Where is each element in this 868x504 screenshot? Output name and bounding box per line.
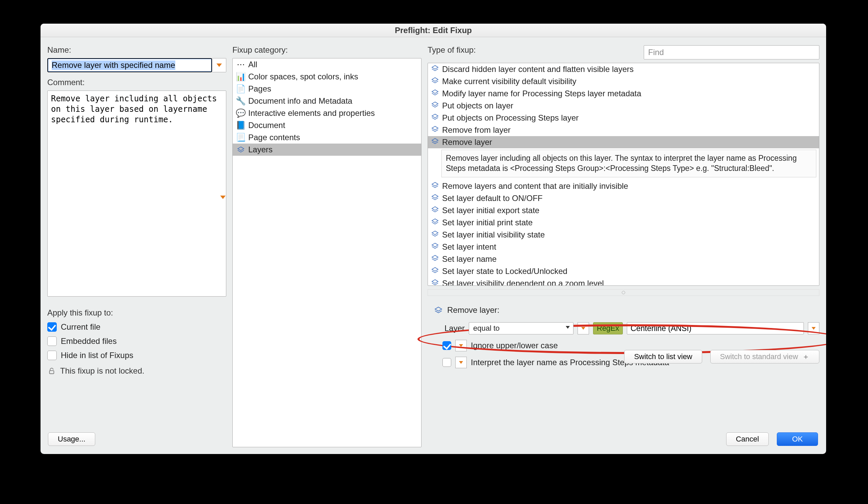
- svg-marker-15: [432, 255, 438, 259]
- chevron-down-icon: [459, 361, 463, 364]
- type-item-label: Set layer initial export state: [442, 206, 539, 215]
- ok-label: OK: [792, 435, 803, 443]
- type-item[interactable]: Set layer default to ON/OFF: [428, 192, 819, 204]
- type-item[interactable]: Put objects on Processing Steps layer: [428, 112, 819, 124]
- checkbox-embedded-files[interactable]: [47, 337, 57, 346]
- layer-name-input[interactable]: [627, 322, 804, 335]
- checkbox-ignore-case[interactable]: [443, 341, 451, 350]
- svg-marker-5: [432, 102, 438, 106]
- checkbox-embedded-label: Embedded files: [61, 337, 116, 346]
- layers-icon: [431, 230, 439, 239]
- svg-marker-16: [432, 268, 438, 271]
- type-item-label: Set layer initial visibility state: [442, 230, 545, 239]
- scroll-grip-icon: [622, 291, 625, 294]
- type-item[interactable]: Set layer initial print state: [428, 217, 819, 229]
- svg-marker-7: [432, 126, 438, 130]
- checkbox-interpret-ps[interactable]: [443, 358, 451, 367]
- dialog-content: Name: Comment: Remove layer including al…: [41, 37, 826, 454]
- category-icon: 📘: [237, 121, 245, 130]
- type-item-label: Set layer name: [442, 254, 496, 264]
- operator-select[interactable]: equal to: [469, 322, 574, 335]
- type-item-label: Put objects on Processing Steps layer: [442, 113, 579, 123]
- type-item[interactable]: Set layer visibility dependent on a zoom…: [428, 277, 819, 286]
- type-item[interactable]: Remove from layer: [428, 124, 819, 136]
- ignore-case-dropdown-button[interactable]: [455, 340, 467, 351]
- type-item-label: Put objects on layer: [442, 101, 513, 111]
- category-item[interactable]: 🔧Document info and Metadata: [233, 95, 421, 107]
- name-input[interactable]: [47, 58, 212, 72]
- category-item[interactable]: Layers: [233, 144, 421, 156]
- layers-icon: [431, 64, 439, 74]
- right-panel: Type of fixup: Discard hidden layer cont…: [427, 45, 819, 447]
- category-item[interactable]: 📄Pages: [233, 83, 421, 95]
- type-item[interactable]: Remove layer: [428, 136, 819, 148]
- checkbox-current-file-row: Current file: [47, 322, 226, 332]
- comment-wrap: Remove layer including all objects on th…: [47, 91, 226, 299]
- cancel-button[interactable]: Cancel: [726, 432, 769, 446]
- chevron-down-icon: [459, 344, 463, 347]
- chevron-down-icon: [220, 196, 226, 199]
- svg-marker-9: [432, 183, 438, 186]
- switch-list-view-label: Switch to list view: [634, 352, 692, 361]
- window-title: Preflight: Edit Fixup: [41, 24, 826, 37]
- horizontal-scrollbar[interactable]: [427, 289, 819, 296]
- svg-marker-8: [432, 138, 438, 142]
- usage-row: Usage...: [48, 432, 95, 446]
- footer-buttons: Cancel OK: [726, 432, 818, 446]
- checkbox-hide-in-list[interactable]: [47, 351, 57, 360]
- regex-toggle-button[interactable]: RegEx: [593, 322, 623, 335]
- type-item-label: Remove from layer: [442, 125, 511, 135]
- category-item[interactable]: 📃Page contents: [233, 131, 421, 144]
- type-item-label: Discard hidden layer content and flatten…: [442, 64, 634, 74]
- type-item-label: Make current visibility default visibili…: [442, 77, 576, 86]
- category-item[interactable]: 📊Color spaces, spot colors, inks: [233, 71, 421, 83]
- svg-marker-1: [238, 147, 244, 151]
- category-item[interactable]: ⋯All: [233, 59, 421, 71]
- find-input[interactable]: [644, 45, 819, 60]
- type-item[interactable]: Set layer state to Locked/Unlocked: [428, 265, 819, 277]
- type-item[interactable]: Put objects on layer: [428, 100, 819, 112]
- dialog-window: Preflight: Edit Fixup Name: Comment: Rem…: [41, 24, 826, 454]
- category-label: Fixup category:: [232, 45, 422, 55]
- remove-layer-options: Remove layer: Layer equal to RegEx: [427, 305, 819, 368]
- name-dropdown-button[interactable]: [212, 58, 226, 72]
- svg-marker-18: [435, 307, 442, 311]
- type-item-label: Modify layer name for Processing Steps l…: [442, 89, 641, 98]
- interpret-ps-dropdown-button[interactable]: [455, 357, 467, 368]
- type-item[interactable]: Set layer intent: [428, 241, 819, 253]
- checkbox-current-file[interactable]: [47, 322, 57, 332]
- type-item[interactable]: Make current visibility default visibili…: [428, 75, 819, 88]
- category-item[interactable]: 📘Document: [233, 119, 421, 131]
- category-item-label: Document: [248, 121, 285, 130]
- switch-to-list-view-button[interactable]: Switch to list view: [624, 350, 702, 363]
- ok-button[interactable]: OK: [777, 432, 818, 446]
- svg-marker-13: [432, 231, 438, 235]
- category-icon: 📄: [237, 85, 245, 93]
- type-item-label: Set layer state to Locked/Unlocked: [442, 267, 567, 276]
- comment-textarea[interactable]: Remove layer including all objects on th…: [47, 91, 226, 297]
- category-item[interactable]: 💬Interactive elements and properties: [233, 107, 421, 119]
- usage-button[interactable]: Usage...: [48, 432, 95, 446]
- type-item[interactable]: Remove layers and content that are initi…: [428, 180, 819, 192]
- operator-value: equal to: [473, 324, 499, 333]
- layer-value-dropdown-button[interactable]: [808, 322, 819, 335]
- right-header: Type of fixup:: [427, 45, 819, 60]
- operator-dropdown-extra-button[interactable]: [578, 322, 589, 335]
- type-item[interactable]: Set layer initial visibility state: [428, 229, 819, 241]
- switch-to-standard-view-button[interactable]: Switch to standard view ＋: [710, 350, 819, 363]
- category-icon: [237, 146, 245, 154]
- svg-marker-4: [432, 90, 438, 94]
- type-list[interactable]: Discard hidden layer content and flatten…: [428, 63, 819, 286]
- type-item[interactable]: Set layer initial export state: [428, 204, 819, 217]
- category-item-label: Interactive elements and properties: [248, 109, 375, 118]
- layer-condition-row: Layer equal to RegEx: [434, 322, 819, 335]
- type-item[interactable]: Modify layer name for Processing Steps l…: [428, 88, 819, 100]
- chevron-down-icon: [581, 327, 585, 330]
- category-list[interactable]: ⋯All📊Color spaces, spot colors, inks📄Pag…: [232, 58, 422, 447]
- type-item[interactable]: Discard hidden layer content and flatten…: [428, 63, 819, 75]
- comment-dropdown-button[interactable]: [217, 192, 228, 203]
- layers-icon: [431, 125, 439, 135]
- type-item[interactable]: Set layer name: [428, 253, 819, 265]
- ignore-case-row: Ignore upper/lower case: [443, 340, 819, 351]
- category-item-label: Document info and Metadata: [248, 96, 352, 106]
